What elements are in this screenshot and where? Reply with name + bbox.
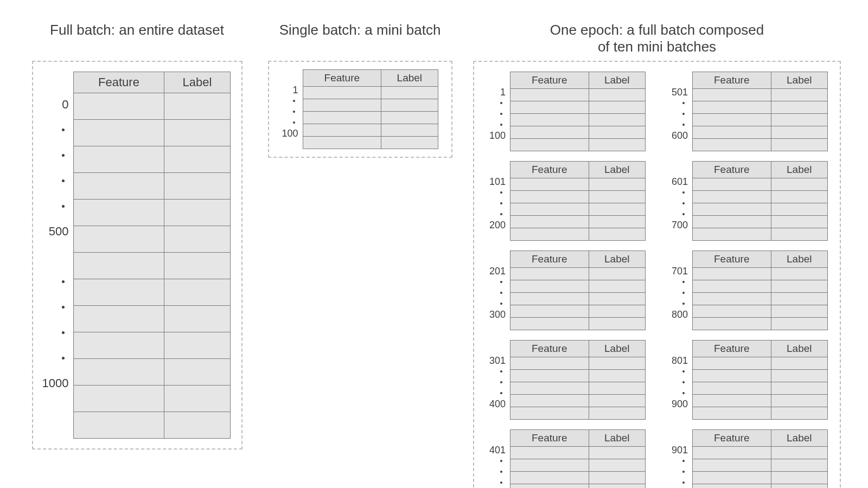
ellipsis-dot [500, 381, 502, 383]
col-label: Label [164, 72, 230, 93]
col-label: Label [771, 251, 827, 268]
ellipsis-dot [500, 471, 502, 473]
col-feature: Feature [510, 430, 589, 447]
col-feature: Feature [693, 162, 771, 178]
full-batch-index-col: 0 500 1000 [41, 72, 73, 396]
index-last: 1000 [42, 371, 69, 396]
col-feature: Feature [693, 341, 771, 357]
mini-batch: 701 800 FeatureLabel [664, 251, 829, 330]
col-label: Label [771, 430, 827, 447]
mini-batch-table: FeatureLabel [692, 251, 828, 330]
ellipsis-dot [62, 357, 65, 359]
col-feature: Feature [510, 341, 589, 357]
ellipsis-dot [500, 113, 502, 115]
col-feature: Feature [693, 251, 771, 268]
mini-batch-table: FeatureLabel [510, 251, 646, 330]
index-first: 901 [672, 445, 688, 455]
ellipsis-dot [62, 154, 65, 157]
col-feature: Feature [693, 430, 771, 447]
ellipsis-dot [500, 191, 502, 194]
single-batch-title: Single batch: a mini batch [279, 22, 441, 61]
mini-batch-table: FeatureLabel [692, 429, 828, 488]
col-feature: Feature [303, 70, 381, 87]
ellipsis-dot [293, 111, 295, 113]
col-label: Label [589, 162, 645, 178]
ellipsis-dot [62, 306, 65, 309]
col-feature: Feature [510, 251, 589, 268]
single-batch-index-col: 1 100 [275, 69, 303, 139]
epoch-box: 1 100 FeatureLabel 501 600 FeatureLabel … [473, 61, 841, 488]
index-last: 400 [489, 399, 506, 409]
col-label: Label [589, 430, 645, 447]
index-first: 301 [489, 355, 506, 366]
ellipsis-dot [62, 179, 65, 182]
mini-batch: 801 900 FeatureLabel [664, 340, 829, 420]
full-batch-box: 0 500 1000 FeatureLabel [32, 61, 242, 450]
index-first: 1 [500, 87, 506, 98]
mini-batch: 601 700 FeatureLabel [664, 161, 829, 241]
ellipsis-dot [293, 121, 295, 124]
mini-batch-table: FeatureLabel [510, 429, 646, 488]
ellipsis-dot [500, 202, 502, 204]
ellipsis-dot [500, 213, 502, 215]
mini-batch-index-col: 101 200 [482, 161, 510, 230]
index-last: 300 [489, 309, 506, 320]
index-last: 600 [672, 130, 688, 141]
ellipsis-dot [682, 303, 685, 305]
ellipsis-dot [62, 280, 65, 283]
col-label: Label [771, 162, 827, 178]
mini-batch: 501 600 FeatureLabel [664, 72, 829, 151]
col-feature: Feature [510, 72, 589, 89]
ellipsis-dot [500, 303, 502, 305]
index-first: 101 [489, 176, 506, 187]
ellipsis-dot [682, 370, 685, 373]
index-first: 1 [293, 85, 298, 95]
index-first: 701 [672, 266, 688, 277]
mini-batch-index-col: 901 1000 [664, 429, 692, 488]
mini-batch-table: FeatureLabel [510, 72, 646, 151]
mini-batch: 901 1000 FeatureLabel [664, 429, 829, 488]
ellipsis-dot [500, 481, 502, 484]
col-feature: Feature [510, 162, 589, 178]
full-batch-title: Full batch: an entire dataset [50, 22, 224, 61]
ellipsis-dot [500, 460, 502, 462]
mini-batch-index-col: 201 300 [482, 251, 510, 320]
ellipsis-dot [682, 213, 685, 215]
ellipsis-dot [500, 124, 502, 126]
ellipsis-dot [682, 281, 685, 283]
mini-batch: 1 100 FeatureLabel [482, 72, 647, 151]
index-first: 601 [672, 176, 688, 187]
col-label: Label [589, 72, 645, 89]
col-label: Label [589, 251, 645, 268]
ellipsis-dot [62, 331, 65, 334]
ellipsis-dot [682, 113, 685, 115]
mini-batch: 401 500 FeatureLabel [482, 429, 647, 488]
ellipsis-dot [682, 471, 685, 473]
ellipsis-dot [682, 102, 685, 104]
mini-batch-index-col: 701 800 [664, 251, 692, 320]
mini-batch-index-col: 1 100 [482, 72, 510, 141]
index-first: 201 [489, 266, 506, 277]
col-label: Label [771, 341, 827, 357]
index-last: 100 [282, 128, 298, 139]
col-label: Label [771, 72, 827, 89]
col-label: Label [381, 70, 438, 87]
index-first: 401 [489, 445, 506, 455]
index-last: 700 [672, 220, 688, 230]
ellipsis-dot [682, 481, 685, 484]
ellipsis-dot [682, 392, 685, 394]
ellipsis-dot [500, 292, 502, 294]
ellipsis-dot [682, 292, 685, 294]
col-label: Label [589, 341, 645, 357]
ellipsis-dot [500, 102, 502, 104]
ellipsis-dot [682, 202, 685, 204]
ellipsis-dot [62, 129, 65, 131]
ellipsis-dot [500, 370, 502, 373]
ellipsis-dot [682, 191, 685, 194]
mini-batch-index-col: 801 900 [664, 340, 692, 409]
index-last: 900 [672, 399, 688, 409]
mini-batch-index-col: 401 500 [482, 429, 510, 488]
mini-batch-table: FeatureLabel [692, 72, 828, 151]
mini-batch-table: FeatureLabel [510, 340, 646, 420]
epoch-title: One epoch: a full batch composed of ten … [550, 22, 764, 61]
